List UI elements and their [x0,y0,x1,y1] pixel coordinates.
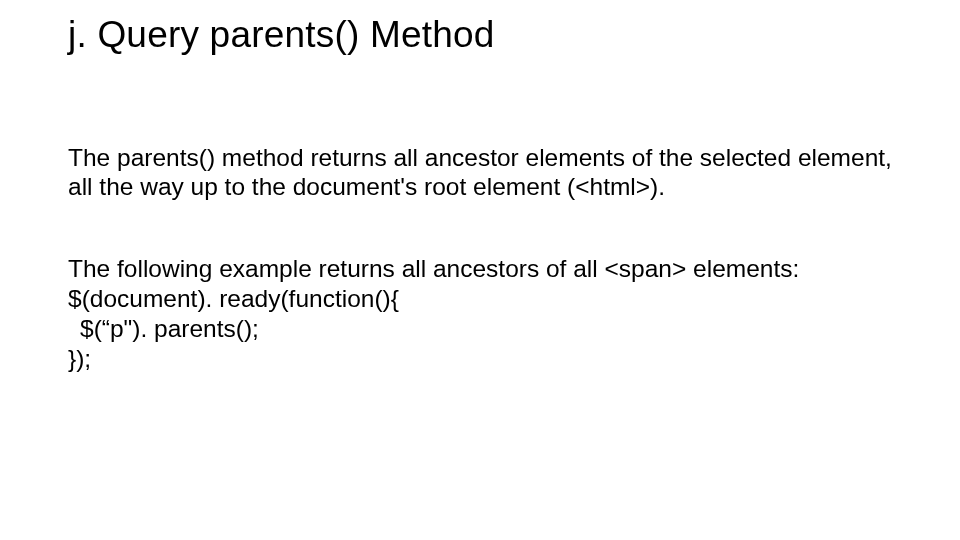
code-line-1: $(document). ready(function(){ [68,284,892,314]
description-paragraph: The parents() method returns all ancesto… [68,143,892,203]
example-block: The following example returns all ancest… [68,254,892,374]
body-text: The parents() method returns all ancesto… [68,143,892,374]
slide: j. Query parents() Method The parents() … [0,0,960,540]
code-line-2: $(“p"). parents(); [68,314,892,344]
page-title: j. Query parents() Method [68,14,892,57]
example-intro: The following example returns all ancest… [68,254,892,284]
code-line-3: }); [68,344,892,374]
